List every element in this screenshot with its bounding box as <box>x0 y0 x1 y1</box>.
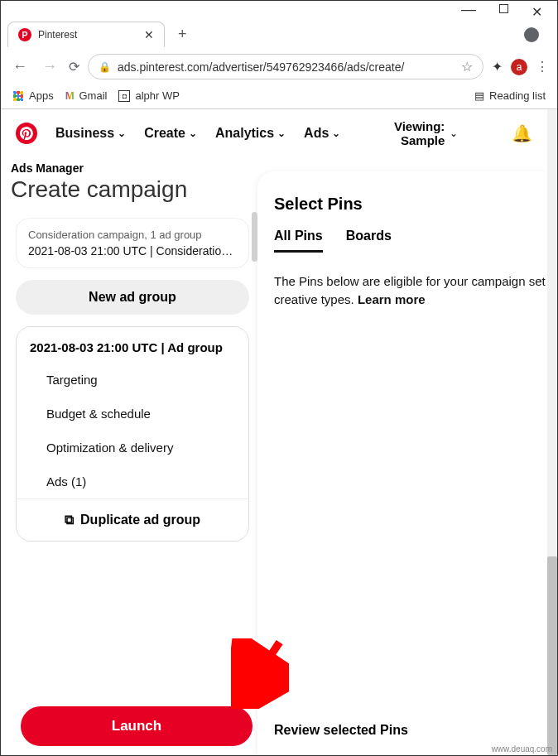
bookmark-label: alphr WP <box>135 89 179 102</box>
adgroup-item-targeting[interactable]: Targeting <box>17 363 248 397</box>
chrome-menu-icon[interactable]: ⋮ <box>536 59 549 75</box>
pinterest-favicon: P <box>18 28 31 41</box>
nav-label: Create <box>144 126 185 141</box>
chevron-down-icon: ⌄ <box>118 128 126 139</box>
address-bar[interactable]: 🔒 ads.pinterest.com/advertiser/549762923… <box>88 54 483 79</box>
new-tab-button[interactable]: + <box>171 26 194 43</box>
bookmark-label: Apps <box>29 89 54 102</box>
extensions-icon[interactable]: ✦ <box>492 59 503 75</box>
tab-title: Pinterest <box>38 29 137 41</box>
new-ad-group-button[interactable]: New ad group <box>16 280 249 315</box>
select-pins-heading: Select Pins <box>274 171 547 229</box>
bookmark-gmail[interactable]: M Gmail <box>65 89 108 102</box>
bookmark-apps[interactable]: Apps <box>12 89 54 102</box>
campaign-details: 2021-08-03 21:00 UTC | Consideration (f.… <box>28 244 237 258</box>
window-maximize-button[interactable] <box>499 4 508 13</box>
eligibility-text: The Pins below are eligible for your cam… <box>274 261 547 321</box>
nav-label: Analytics <box>215 126 274 141</box>
reading-list-icon: ▤ <box>474 89 484 102</box>
campaign-label: Consideration campaign, 1 ad group <box>28 229 237 241</box>
window-close-button[interactable]: ✕ <box>532 4 542 22</box>
back-button[interactable]: ← <box>9 56 31 77</box>
notification-bell-icon[interactable]: 🔔 <box>512 123 532 143</box>
campaign-summary-card[interactable]: Consideration campaign, 1 ad group 2021-… <box>16 218 249 268</box>
reading-list-button[interactable]: ▤ Reading list <box>474 89 546 102</box>
bookmark-star-icon[interactable]: ☆ <box>461 59 473 75</box>
viewing-value: Sample <box>401 133 445 147</box>
nav-ads[interactable]: Ads ⌄ <box>304 126 340 141</box>
adgroup-item-optimization[interactable]: Optimization & delivery <box>17 431 248 465</box>
breadcrumb: Ads Manager <box>9 158 251 175</box>
apps-grid-icon <box>12 90 24 102</box>
tab-all-pins[interactable]: All Pins <box>274 229 323 253</box>
sidebar-scrollbar[interactable] <box>252 212 257 757</box>
viewing-label: Viewing: <box>394 119 445 133</box>
adgroup-item-ads[interactable]: Ads (1) <box>17 465 248 498</box>
url-text: ads.pinterest.com/advertiser/54976292346… <box>118 60 455 74</box>
page-scrollbar[interactable] <box>547 109 557 756</box>
duplicate-icon: ⧉ <box>65 513 74 527</box>
reload-button[interactable]: ⟳ <box>69 59 79 75</box>
ad-group-card: 2021-08-03 21:00 UTC | Ad group Targetin… <box>16 326 249 542</box>
nav-viewing-account[interactable]: Viewing: Sample ⌄ <box>394 119 458 148</box>
chevron-down-icon: ⌄ <box>450 128 458 139</box>
nav-label: Ads <box>304 126 329 141</box>
duplicate-label: Duplicate ad group <box>80 513 200 527</box>
browser-tab[interactable]: P Pinterest ✕ <box>7 22 165 47</box>
bookmark-alphr[interactable]: ◘ alphr WP <box>118 89 179 102</box>
gmail-icon: M <box>65 89 75 102</box>
chevron-down-icon: ⌄ <box>189 128 197 139</box>
pinterest-logo-icon[interactable] <box>16 123 37 144</box>
chevron-down-icon: ⌄ <box>332 128 340 139</box>
alphr-icon: ◘ <box>118 90 130 102</box>
chevron-down-icon: ⌄ <box>277 128 286 139</box>
bookmark-label: Gmail <box>79 89 107 102</box>
duplicate-ad-group-button[interactable]: ⧉ Duplicate ad group <box>17 498 248 541</box>
forward-button[interactable]: → <box>39 56 60 77</box>
nav-create[interactable]: Create ⌄ <box>144 126 197 141</box>
profile-avatar[interactable]: a <box>511 59 527 75</box>
window-minimize-button[interactable]: — <box>461 1 476 18</box>
nav-business[interactable]: Business ⌄ <box>55 126 126 141</box>
nav-label: Business <box>55 126 114 141</box>
scrollbar-thumb[interactable] <box>252 212 257 262</box>
nav-analytics[interactable]: Analytics ⌄ <box>215 126 286 141</box>
scrollbar-thumb[interactable] <box>547 556 557 755</box>
profile-indicator-icon[interactable] <box>524 27 539 42</box>
page-title: Create campaign <box>9 175 251 214</box>
adgroup-item-budget[interactable]: Budget & schedule <box>17 397 248 431</box>
tab-close-icon[interactable]: ✕ <box>144 28 154 41</box>
ad-group-heading[interactable]: 2021-08-03 21:00 UTC | Ad group <box>17 327 248 363</box>
pinterest-top-nav: Business ⌄ Create ⌄ Analytics ⌄ Ads ⌄ Vi… <box>1 109 547 158</box>
tab-boards[interactable]: Boards <box>346 229 392 253</box>
reading-list-label: Reading list <box>489 89 546 102</box>
watermark-text: www.deuaq.com <box>492 744 552 754</box>
lock-icon: 🔒 <box>99 61 111 73</box>
learn-more-link[interactable]: Learn more <box>358 292 426 306</box>
launch-button[interactable]: Launch <box>21 706 253 746</box>
